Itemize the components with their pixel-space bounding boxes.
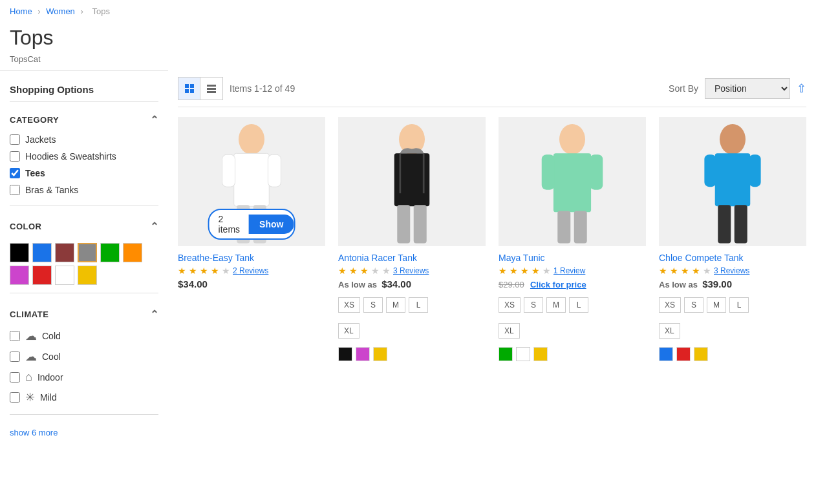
color-swatch-gray[interactable] — [78, 243, 97, 262]
breadcrumb-women[interactable]: Women — [46, 6, 75, 16]
hoodies-label: Hoodies & Sweatshirts — [25, 151, 116, 162]
sort-select[interactable]: Position Product Name Price — [705, 78, 790, 99]
filter-item-jackets[interactable]: Jackets — [10, 131, 158, 148]
color-swatch-green[interactable] — [100, 243, 120, 262]
tees-checkbox[interactable] — [10, 168, 20, 178]
filter-item-cold[interactable]: ☁ Cold — [10, 326, 158, 346]
filter-item-mild[interactable]: ✳ Mild — [10, 387, 158, 408]
filter-item-indoor[interactable]: ⌂ Indoor — [10, 367, 158, 387]
cold-checkbox[interactable] — [10, 331, 20, 341]
bras-checkbox[interactable] — [10, 185, 20, 195]
color-dot-red-4[interactable] — [676, 347, 691, 361]
size-xl-2[interactable]: XL — [338, 323, 360, 339]
click-for-price-3[interactable]: Click for price — [530, 280, 586, 289]
star-4-2: ★ — [670, 266, 678, 276]
size-l-4[interactable]: L — [729, 297, 749, 313]
reviews-link-2[interactable]: 3 Reviews — [393, 266, 429, 275]
grid-view-button[interactable] — [178, 78, 200, 100]
show-button-1[interactable]: Show — [249, 215, 294, 234]
show-more-link[interactable]: show 6 more — [10, 425, 158, 441]
svg-rect-9 — [222, 154, 235, 187]
price-value-4: $39.00 — [702, 278, 732, 289]
size-s-3[interactable]: S — [524, 297, 543, 313]
product-image-2 — [338, 117, 486, 246]
size-xs-2[interactable]: XS — [338, 297, 360, 313]
svg-rect-26 — [715, 153, 751, 206]
filter-item-bras[interactable]: Bras & Tanks — [10, 182, 158, 198]
climate-filter-header[interactable]: CLIMATE ⌃ — [10, 303, 158, 326]
svg-rect-21 — [542, 154, 555, 190]
color-swatch-black[interactable] — [10, 243, 29, 262]
product-link-2[interactable]: Antonia Racer Tank — [338, 253, 417, 263]
color-dot-white-3[interactable] — [516, 347, 530, 361]
size-xl-4[interactable]: XL — [659, 323, 680, 339]
color-swatch-blue[interactable] — [32, 243, 52, 262]
mild-checkbox[interactable] — [10, 392, 20, 403]
product-link-1[interactable]: Breathe-Easy Tank — [178, 253, 254, 263]
reviews-link-1[interactable]: 2 Reviews — [233, 266, 268, 275]
color-dot-green-3[interactable] — [499, 347, 513, 361]
product-stars-2: ★ ★ ★ ★ ★ 3 Reviews — [338, 266, 486, 276]
size-s-2[interactable]: S — [363, 297, 383, 313]
size-m-3[interactable]: M — [546, 297, 566, 313]
breadcrumb-home[interactable]: Home — [10, 6, 32, 16]
items-count-badge-1: 2 items — [209, 210, 249, 238]
product-image-wrapper-4 — [659, 117, 806, 246]
color-swatch-red[interactable] — [32, 266, 52, 285]
color-swatch-purple[interactable] — [10, 266, 29, 285]
color-dot-yellow-2[interactable] — [373, 347, 387, 361]
reviews-link-3[interactable]: 1 Review — [553, 266, 585, 275]
size-s-4[interactable]: S — [684, 297, 703, 313]
color-filter-header[interactable]: COLOR ⌃ — [10, 215, 158, 238]
indoor-checkbox[interactable] — [10, 372, 20, 383]
set-ascending-button[interactable]: ⇧ — [797, 81, 806, 96]
svg-point-7 — [239, 124, 264, 154]
svg-rect-28 — [749, 154, 760, 187]
svg-rect-29 — [718, 205, 731, 243]
climate-chevron-icon: ⌃ — [150, 308, 159, 320]
category-chevron-icon: ⌃ — [150, 114, 159, 126]
category-filter-header[interactable]: CATEGORY ⌃ — [10, 109, 158, 131]
star-3-5: ★ — [542, 266, 551, 276]
size-xs-4[interactable]: XS — [659, 297, 681, 313]
color-dot-purple-2[interactable] — [356, 347, 370, 361]
size-m-4[interactable]: M — [707, 297, 726, 313]
product-image-3 — [499, 117, 646, 246]
size-options-2: XS S M L — [338, 297, 486, 313]
indoor-house-icon: ⌂ — [25, 370, 32, 384]
list-icon — [206, 83, 217, 94]
list-view-button[interactable] — [200, 78, 222, 100]
color-dot-blue-4[interactable] — [659, 347, 673, 361]
color-swatch-white[interactable] — [55, 266, 74, 285]
star-2-5: ★ — [382, 266, 391, 276]
cold-cloud-icon: ☁ — [25, 329, 37, 343]
climate-filter-items: ☁ Cold ☁ Cool ⌂ Indoor ✳ Mild — [10, 326, 158, 414]
size-l-2[interactable]: L — [409, 297, 428, 313]
reviews-link-4[interactable]: 3 Reviews — [714, 266, 749, 275]
cool-checkbox[interactable] — [10, 352, 20, 362]
filter-section-category: CATEGORY ⌃ Jackets Hoodies & Sweatshirts… — [10, 109, 158, 205]
product-name-2: Antonia Racer Tank — [338, 253, 486, 263]
size-xl-3[interactable]: XL — [499, 323, 520, 339]
color-swatch-yellow[interactable] — [78, 266, 97, 285]
color-swatch-orange[interactable] — [123, 243, 142, 262]
color-swatch-brown[interactable] — [55, 243, 74, 262]
filter-item-hoodies[interactable]: Hoodies & Sweatshirts — [10, 148, 158, 165]
star-2-1: ★ — [338, 266, 347, 276]
size-xs-3[interactable]: XS — [499, 297, 521, 313]
cold-label: Cold — [42, 331, 61, 341]
hoodies-checkbox[interactable] — [10, 151, 20, 162]
size-l-3[interactable]: L — [569, 297, 588, 313]
product-link-4[interactable]: Chloe Compete Tank — [659, 253, 743, 263]
color-dot-yellow-3[interactable] — [533, 347, 548, 361]
filter-item-cool[interactable]: ☁ Cool — [10, 346, 158, 367]
color-dot-yellow-4[interactable] — [694, 347, 708, 361]
svg-rect-10 — [268, 154, 281, 187]
filter-item-tees[interactable]: Tees — [10, 165, 158, 182]
price-value-2: $34.00 — [381, 278, 411, 289]
size-m-2[interactable]: M — [386, 297, 405, 313]
star1: ★ — [178, 266, 186, 276]
product-link-3[interactable]: Maya Tunic — [499, 253, 545, 263]
color-dot-black-2[interactable] — [338, 347, 352, 361]
jackets-checkbox[interactable] — [10, 134, 20, 145]
